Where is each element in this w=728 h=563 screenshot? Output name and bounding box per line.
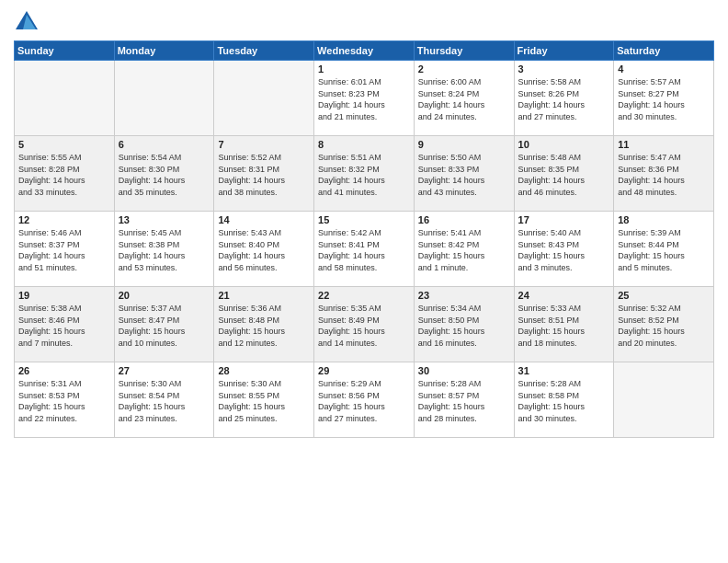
day-number: 31 xyxy=(518,365,610,376)
day-number: 19 xyxy=(18,290,110,301)
day-info: Sunrise: 5:55 AM Sunset: 8:28 PM Dayligh… xyxy=(18,152,110,198)
calendar-day-cell: 3Sunrise: 5:58 AM Sunset: 8:26 PM Daylig… xyxy=(514,61,614,136)
day-number: 18 xyxy=(618,214,710,225)
day-info: Sunrise: 5:51 AM Sunset: 8:32 PM Dayligh… xyxy=(318,152,410,198)
day-info: Sunrise: 5:37 AM Sunset: 8:47 PM Dayligh… xyxy=(119,303,210,349)
calendar-day-cell: 18Sunrise: 5:39 AM Sunset: 8:44 PM Dayli… xyxy=(614,212,714,287)
calendar-week-row: 19Sunrise: 5:38 AM Sunset: 8:46 PM Dayli… xyxy=(15,287,714,362)
logo-icon xyxy=(14,9,40,35)
calendar-day-cell xyxy=(15,61,115,136)
day-number: 20 xyxy=(119,290,210,301)
calendar-day-cell: 16Sunrise: 5:41 AM Sunset: 8:42 PM Dayli… xyxy=(414,212,514,287)
day-number: 11 xyxy=(618,139,710,150)
day-number: 22 xyxy=(318,290,410,301)
day-number: 29 xyxy=(318,365,410,376)
calendar-day-cell: 14Sunrise: 5:43 AM Sunset: 8:40 PM Dayli… xyxy=(214,212,314,287)
day-number: 12 xyxy=(18,214,110,225)
calendar-day-cell: 24Sunrise: 5:33 AM Sunset: 8:51 PM Dayli… xyxy=(514,287,614,362)
day-number: 2 xyxy=(418,63,510,75)
day-number: 15 xyxy=(318,214,410,225)
day-number: 17 xyxy=(518,214,610,225)
calendar-day-cell: 1Sunrise: 6:01 AM Sunset: 8:23 PM Daylig… xyxy=(314,61,415,136)
weekday-header-tuesday: Tuesday xyxy=(214,41,314,61)
weekday-header-row: SundayMondayTuesdayWednesdayThursdayFrid… xyxy=(15,41,714,61)
day-info: Sunrise: 5:47 AM Sunset: 8:36 PM Dayligh… xyxy=(618,152,710,198)
calendar-day-cell: 9Sunrise: 5:50 AM Sunset: 8:33 PM Daylig… xyxy=(414,136,514,212)
day-info: Sunrise: 5:32 AM Sunset: 8:52 PM Dayligh… xyxy=(618,303,710,349)
day-number: 14 xyxy=(218,214,310,225)
day-number: 30 xyxy=(418,365,510,376)
day-number: 24 xyxy=(518,290,610,301)
calendar-day-cell: 13Sunrise: 5:45 AM Sunset: 8:38 PM Dayli… xyxy=(114,212,214,287)
day-info: Sunrise: 5:28 AM Sunset: 8:57 PM Dayligh… xyxy=(418,378,510,424)
day-number: 27 xyxy=(119,365,210,376)
calendar-day-cell: 29Sunrise: 5:29 AM Sunset: 8:56 PM Dayli… xyxy=(314,362,415,438)
day-info: Sunrise: 5:42 AM Sunset: 8:41 PM Dayligh… xyxy=(318,227,410,273)
page: SundayMondayTuesdayWednesdayThursdayFrid… xyxy=(0,0,728,563)
weekday-header-friday: Friday xyxy=(514,41,614,61)
day-number: 21 xyxy=(218,290,310,301)
day-number: 1 xyxy=(318,63,410,75)
weekday-header-sunday: Sunday xyxy=(15,41,115,61)
day-info: Sunrise: 5:48 AM Sunset: 8:35 PM Dayligh… xyxy=(518,152,610,198)
calendar-day-cell: 10Sunrise: 5:48 AM Sunset: 8:35 PM Dayli… xyxy=(514,136,614,212)
day-info: Sunrise: 5:28 AM Sunset: 8:58 PM Dayligh… xyxy=(518,378,610,424)
day-info: Sunrise: 5:38 AM Sunset: 8:46 PM Dayligh… xyxy=(18,303,110,349)
calendar-day-cell: 12Sunrise: 5:46 AM Sunset: 8:37 PM Dayli… xyxy=(15,212,115,287)
calendar-day-cell: 6Sunrise: 5:54 AM Sunset: 8:30 PM Daylig… xyxy=(114,136,214,212)
calendar-week-row: 1Sunrise: 6:01 AM Sunset: 8:23 PM Daylig… xyxy=(15,61,714,136)
day-info: Sunrise: 5:52 AM Sunset: 8:31 PM Dayligh… xyxy=(218,152,310,198)
weekday-header-wednesday: Wednesday xyxy=(314,41,415,61)
calendar-day-cell xyxy=(214,61,314,136)
day-number: 8 xyxy=(318,139,410,150)
day-info: Sunrise: 6:00 AM Sunset: 8:24 PM Dayligh… xyxy=(418,76,510,122)
calendar-day-cell: 11Sunrise: 5:47 AM Sunset: 8:36 PM Dayli… xyxy=(614,136,714,212)
day-number: 4 xyxy=(618,63,710,75)
day-info: Sunrise: 5:30 AM Sunset: 8:54 PM Dayligh… xyxy=(119,378,210,424)
calendar-day-cell: 26Sunrise: 5:31 AM Sunset: 8:53 PM Dayli… xyxy=(15,362,115,438)
day-number: 7 xyxy=(218,139,310,150)
calendar-day-cell: 21Sunrise: 5:36 AM Sunset: 8:48 PM Dayli… xyxy=(214,287,314,362)
calendar-day-cell: 17Sunrise: 5:40 AM Sunset: 8:43 PM Dayli… xyxy=(514,212,614,287)
day-info: Sunrise: 5:57 AM Sunset: 8:27 PM Dayligh… xyxy=(618,76,710,122)
day-info: Sunrise: 5:41 AM Sunset: 8:42 PM Dayligh… xyxy=(418,227,510,273)
day-info: Sunrise: 6:01 AM Sunset: 8:23 PM Dayligh… xyxy=(318,76,410,122)
logo xyxy=(14,9,43,35)
calendar-table: SundayMondayTuesdayWednesdayThursdayFrid… xyxy=(14,40,714,438)
weekday-header-monday: Monday xyxy=(114,41,214,61)
calendar-day-cell: 2Sunrise: 6:00 AM Sunset: 8:24 PM Daylig… xyxy=(414,61,514,136)
day-number: 16 xyxy=(418,214,510,225)
calendar-day-cell: 22Sunrise: 5:35 AM Sunset: 8:49 PM Dayli… xyxy=(314,287,415,362)
calendar-day-cell: 31Sunrise: 5:28 AM Sunset: 8:58 PM Dayli… xyxy=(514,362,614,438)
day-info: Sunrise: 5:50 AM Sunset: 8:33 PM Dayligh… xyxy=(418,152,510,198)
day-info: Sunrise: 5:43 AM Sunset: 8:40 PM Dayligh… xyxy=(218,227,310,273)
weekday-header-thursday: Thursday xyxy=(414,41,514,61)
calendar-week-row: 5Sunrise: 5:55 AM Sunset: 8:28 PM Daylig… xyxy=(15,136,714,212)
calendar-day-cell: 19Sunrise: 5:38 AM Sunset: 8:46 PM Dayli… xyxy=(15,287,115,362)
calendar-week-row: 26Sunrise: 5:31 AM Sunset: 8:53 PM Dayli… xyxy=(15,362,714,438)
day-info: Sunrise: 5:29 AM Sunset: 8:56 PM Dayligh… xyxy=(318,378,410,424)
day-info: Sunrise: 5:45 AM Sunset: 8:38 PM Dayligh… xyxy=(119,227,210,273)
calendar-day-cell xyxy=(114,61,214,136)
weekday-header-saturday: Saturday xyxy=(614,41,714,61)
day-info: Sunrise: 5:54 AM Sunset: 8:30 PM Dayligh… xyxy=(119,152,210,198)
calendar-day-cell xyxy=(614,362,714,438)
day-info: Sunrise: 5:31 AM Sunset: 8:53 PM Dayligh… xyxy=(18,378,110,424)
calendar-day-cell: 4Sunrise: 5:57 AM Sunset: 8:27 PM Daylig… xyxy=(614,61,714,136)
day-number: 3 xyxy=(518,63,610,75)
day-number: 13 xyxy=(119,214,210,225)
day-info: Sunrise: 5:34 AM Sunset: 8:50 PM Dayligh… xyxy=(418,303,510,349)
day-info: Sunrise: 5:35 AM Sunset: 8:49 PM Dayligh… xyxy=(318,303,410,349)
day-info: Sunrise: 5:46 AM Sunset: 8:37 PM Dayligh… xyxy=(18,227,110,273)
calendar-day-cell: 27Sunrise: 5:30 AM Sunset: 8:54 PM Dayli… xyxy=(114,362,214,438)
calendar-day-cell: 20Sunrise: 5:37 AM Sunset: 8:47 PM Dayli… xyxy=(114,287,214,362)
calendar-day-cell: 25Sunrise: 5:32 AM Sunset: 8:52 PM Dayli… xyxy=(614,287,714,362)
calendar-day-cell: 28Sunrise: 5:30 AM Sunset: 8:55 PM Dayli… xyxy=(214,362,314,438)
day-info: Sunrise: 5:36 AM Sunset: 8:48 PM Dayligh… xyxy=(218,303,310,349)
day-number: 5 xyxy=(18,139,110,150)
calendar-day-cell: 5Sunrise: 5:55 AM Sunset: 8:28 PM Daylig… xyxy=(15,136,115,212)
day-number: 23 xyxy=(418,290,510,301)
calendar-day-cell: 23Sunrise: 5:34 AM Sunset: 8:50 PM Dayli… xyxy=(414,287,514,362)
day-number: 10 xyxy=(518,139,610,150)
day-info: Sunrise: 5:39 AM Sunset: 8:44 PM Dayligh… xyxy=(618,227,710,273)
